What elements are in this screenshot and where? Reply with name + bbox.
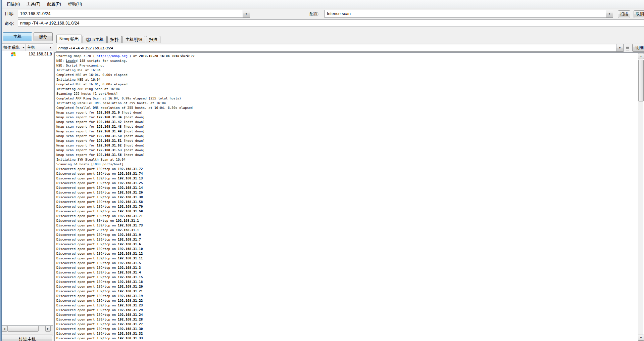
- output-line: Discovered open port 139/tcp on 192.168.…: [56, 223, 637, 228]
- output-line: Nmap scan report for 192.168.31.48 [host…: [56, 124, 637, 129]
- output-line: Discovered open port 139/tcp on 192.168.…: [56, 167, 637, 171]
- column-header-host-label: 主机: [27, 45, 35, 50]
- output-line: Completed ARP Ping Scan at 16:04, 0.99s …: [56, 96, 637, 101]
- output-line: Completed NSE at 16:04, 0.00s elapsed: [56, 82, 637, 87]
- scroll-up-button[interactable]: ▲: [638, 53, 644, 59]
- os-icon-windows: [11, 52, 16, 56]
- scroll-right-icon: ▶: [47, 328, 49, 330]
- nmap-output-text: Starting Nmap 7.70 ( https://nmap.org ) …: [56, 54, 637, 341]
- output-line: Nmap scan report for 192.168.31.34 [host…: [56, 115, 637, 120]
- output-line: Discovered open port 80/tcp on 192.168.3…: [56, 218, 637, 223]
- target-label: 目标:: [5, 11, 14, 17]
- scroll-down-icon: ▼: [640, 337, 642, 339]
- host-row[interactable]: 192.168.31.8: [2, 51, 53, 57]
- output-line: Discovered open port 139/tcp on 192.168.…: [56, 336, 637, 341]
- profile-menu[interactable]: 配置(P): [44, 0, 64, 8]
- filter-hosts-button[interactable]: 过滤主机: [2, 335, 53, 341]
- output-line: Initiating ARP Ping Scan at 16:04: [56, 87, 637, 91]
- output-line: Discovered open port 139/tcp on 192.168.…: [56, 195, 637, 200]
- output-line: Discovered open port 139/tcp on 192.168.…: [56, 181, 637, 185]
- output-line: Discovered open port 139/tcp on 192.168.…: [56, 308, 637, 312]
- highlight-lines-icon: [626, 46, 629, 50]
- output-line: Discovered open port 139/tcp on 192.168.…: [56, 312, 637, 317]
- output-line: Discovered open port 139/tcp on 192.168.…: [56, 303, 637, 308]
- scroll-down-button[interactable]: ▼: [638, 335, 644, 341]
- hscrollbar-thumb[interactable]: [7, 326, 39, 332]
- target-combobox[interactable]: 192.168.31.0/24 ▼: [18, 10, 250, 18]
- tabbar: Nmap输出端口/主机拓扑主机明细扫描: [56, 35, 160, 43]
- output-line: Discovered open port 139/tcp on 192.168.…: [56, 331, 637, 336]
- column-header-os-label: 操作系统: [3, 45, 19, 50]
- output-line: Nmap scan report for 192.168.31.0 [host …: [56, 110, 637, 115]
- target-value[interactable]: 192.168.31.0/24: [18, 10, 243, 17]
- output-line: NSE: Script Pre-scanning.: [56, 63, 637, 68]
- output-line: Initiating NSE at 16:04: [56, 77, 637, 82]
- output-line: Nmap scan report for 192.168.31.49 [host…: [56, 129, 637, 134]
- output-line: NSE: Loaded 148 scripts for scanning.: [56, 58, 637, 63]
- scan-result-combobox[interactable]: nmap -T4 -A -v 192.168.31.0/24 ▼: [56, 44, 624, 52]
- command-input[interactable]: [18, 19, 644, 27]
- output-line: Discovered open port 139/tcp on 192.168.…: [56, 204, 637, 209]
- output-line: Discovered open port 139/tcp on 192.168.…: [56, 289, 637, 294]
- target-dropdown-button[interactable]: ▼: [243, 10, 250, 17]
- tab-scans[interactable]: 扫描: [146, 36, 160, 43]
- output-line: Discovered open port 139/tcp on 192.168.…: [56, 284, 637, 289]
- tools-menu[interactable]: 工具(T): [23, 0, 44, 8]
- command-label: 命令:: [5, 21, 14, 27]
- services-button[interactable]: 服务: [34, 32, 53, 41]
- scan-result-dropdown-button[interactable]: ▼: [616, 44, 623, 51]
- output-line: Discovered open port 139/tcp on 192.168.…: [56, 322, 637, 327]
- profile-dropdown-button[interactable]: ▼: [606, 10, 613, 17]
- tab-topology[interactable]: 拓扑: [107, 36, 122, 43]
- output-line: Discovered open port 139/tcp on 192.168.…: [56, 294, 637, 298]
- chevron-down-icon: ▼: [619, 47, 621, 49]
- output-vscrollbar[interactable]: ▲ ▼: [638, 53, 643, 341]
- output-line: Nmap scan report for 192.168.31.56 [host…: [56, 153, 637, 157]
- output-line: Discovered open port 139/tcp on 192.168.…: [56, 171, 637, 176]
- output-line: Discovered open port 139/tcp on 192.168.…: [56, 247, 637, 251]
- tab-nmap-output[interactable]: Nmap输出: [56, 35, 82, 43]
- scroll-left-button[interactable]: ◀: [2, 326, 7, 332]
- output-line: Initiating NSE at 16:04: [56, 68, 637, 73]
- column-header-os[interactable]: 操作系统 ◂: [2, 43, 26, 51]
- scan-button[interactable]: 扫描: [618, 10, 630, 18]
- output-line: Scanning 64 hosts [1000 ports/host]: [56, 162, 637, 167]
- hosts-button[interactable]: 主机: [3, 32, 32, 41]
- profile-value[interactable]: Intense scan: [325, 10, 606, 17]
- host-list: 192.168.31.8: [2, 51, 53, 326]
- output-line: Discovered open port 139/tcp on 192.168.…: [56, 275, 637, 280]
- chevron-down-icon: ▼: [245, 13, 248, 15]
- vscrollbar-thumb[interactable]: [638, 60, 644, 101]
- output-line: Initiating SYN Stealth Scan at 16:04: [56, 157, 637, 162]
- output-line: Discovered open port 139/tcp on 192.168.…: [56, 237, 637, 242]
- output-line: Scanning 255 hosts [1 port/host]: [56, 91, 637, 96]
- output-line: Nmap scan report for 192.168.31.50 [host…: [56, 134, 637, 138]
- output-line: Discovered open port 139/tcp on 192.168.…: [56, 242, 637, 247]
- help-menu[interactable]: 帮助(H): [64, 0, 85, 8]
- scan-result-command[interactable]: nmap -T4 -A -v 192.168.31.0/24: [56, 44, 616, 51]
- output-line: Completed NSE at 16:04, 0.00s elapsed: [56, 73, 637, 77]
- profile-label: 配置:: [309, 11, 319, 17]
- host-ip: 192.168.31.8: [16, 52, 53, 56]
- sort-ascending-icon: ▴: [50, 46, 51, 49]
- output-line: Discovered open port 139/tcp on 192.168.…: [56, 200, 637, 204]
- chevron-down-icon: ▼: [608, 13, 611, 15]
- output-line: Discovered open port 139/tcp on 192.168.…: [56, 176, 637, 181]
- host-list-hscrollbar[interactable]: ◀ ▶: [2, 326, 51, 332]
- cancel-button[interactable]: 取消: [634, 10, 644, 18]
- menubar: 扫描(a)工具(T)配置(P)帮助(H): [2, 0, 644, 8]
- details-button[interactable]: 明细: [632, 44, 644, 52]
- scroll-right-button[interactable]: ▶: [45, 326, 51, 332]
- output-line: Nmap scan report for 192.168.31.52 [host…: [56, 143, 637, 148]
- output-line: Discovered open port 139/tcp on 192.168.…: [56, 270, 637, 275]
- column-header-host[interactable]: 主机 ▴: [26, 43, 53, 51]
- tab-host-details[interactable]: 主机明细: [122, 36, 145, 43]
- tab-ports-hosts[interactable]: 端口/主机: [83, 36, 106, 43]
- scan-menu[interactable]: 扫描(a): [3, 0, 23, 8]
- output-line: Discovered open port 139/tcp on 192.168.…: [56, 185, 637, 190]
- output-line: Discovered open port 23/tcp on 192.168.3…: [56, 228, 637, 232]
- output-line: Discovered open port 139/tcp on 192.168.…: [56, 298, 637, 303]
- nmap-output-pane: Starting Nmap 7.70 ( https://nmap.org ) …: [54, 52, 644, 341]
- output-line: Discovered open port 139/tcp on 192.168.…: [56, 251, 637, 256]
- profile-combobox[interactable]: Intense scan ▼: [325, 10, 613, 18]
